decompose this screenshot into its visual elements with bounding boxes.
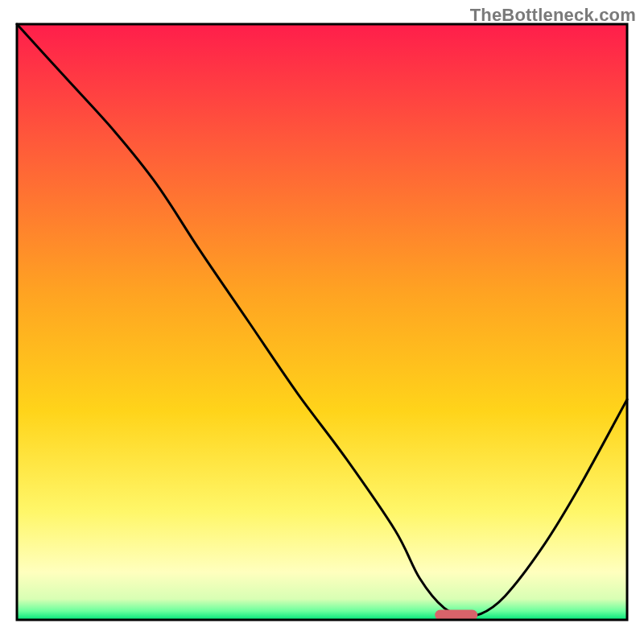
gradient-background <box>17 24 627 620</box>
bottleneck-chart <box>0 0 644 644</box>
chart-stage: TheBottleneck.com <box>0 0 644 644</box>
